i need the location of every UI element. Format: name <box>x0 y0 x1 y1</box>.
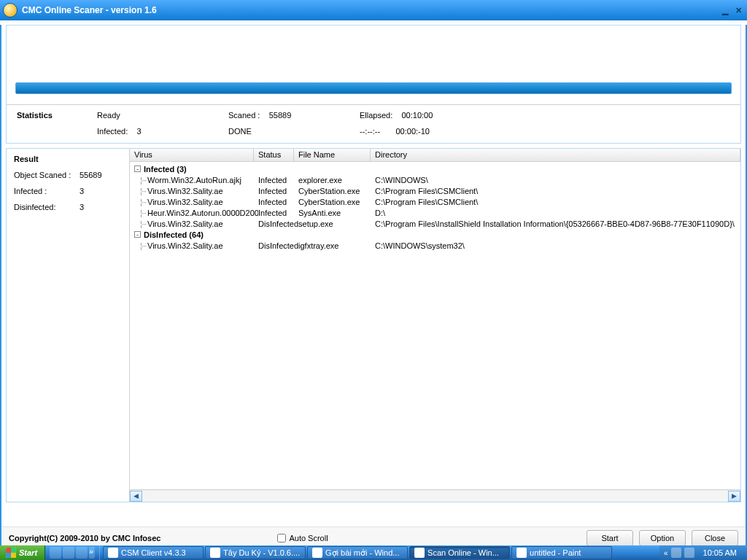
close-button[interactable]: ✕ <box>732 5 744 15</box>
scanned-value: 55889 <box>269 111 292 120</box>
result-sidebar: Result Object Scaned :55689 Infected :3 … <box>7 149 129 502</box>
collapse-icon[interactable]: - <box>134 166 141 172</box>
tree-row[interactable]: ¦···Heur.Win32.Autorun.0000D200InfectedS… <box>130 207 740 218</box>
quicklaunch-icon[interactable] <box>50 547 61 559</box>
col-file[interactable]: File Name <box>294 149 371 161</box>
col-directory[interactable]: Directory <box>371 149 740 161</box>
col-virus[interactable]: Virus <box>130 149 254 161</box>
taskbar-item[interactable]: untitled - Paint <box>511 546 612 559</box>
tray-icon[interactable] <box>671 548 681 558</box>
copyright-text: Copyright(C) 2009-2010 by CMC Infosec <box>9 534 160 542</box>
minimize-button[interactable]: ▁ <box>719 5 731 15</box>
result-heading: Result <box>14 155 122 163</box>
start-menu-button[interactable]: Start <box>0 545 45 560</box>
quicklaunch-icon[interactable]: » <box>89 547 95 559</box>
infected-label: Infected : <box>14 187 80 195</box>
windows-logo-icon <box>6 548 16 558</box>
status-done: DONE <box>228 127 360 136</box>
start-button[interactable]: Start <box>587 530 633 546</box>
infected-value: 3 <box>80 187 84 195</box>
group-infected[interactable]: - Infected (3) <box>130 163 740 174</box>
neg-time-value: 00:00:-10 <box>396 127 430 136</box>
result-tree[interactable]: - Infected (3) ¦···Worm.Win32.AutoRun.aj… <box>130 162 740 489</box>
quick-launch[interactable]: » <box>45 545 100 560</box>
horizontal-scrollbar[interactable]: ◀ ▶ <box>130 489 740 502</box>
progress-bar <box>15 82 732 94</box>
tree-row[interactable]: ¦···Virus.Win32.Sality.aeInfectedCyberSt… <box>130 185 740 196</box>
app-icon <box>516 548 527 558</box>
scanned-label: Scaned : <box>228 111 260 120</box>
disinfected-label: Disinfected: <box>14 203 80 211</box>
statistics-heading: Statistics <box>17 111 97 120</box>
window-titlebar: CMC Online Scaner - version 1.6 ▁ ✕ <box>0 0 747 20</box>
app-icon <box>414 548 425 558</box>
tray-icon[interactable] <box>684 548 694 558</box>
tree-row[interactable]: ¦···Worm.Win32.AutoRun.ajkjInfectedexplo… <box>130 174 740 185</box>
obj-scanned-label: Object Scaned : <box>14 171 80 179</box>
taskbar-item-active[interactable]: Scan Online - Win... <box>409 546 510 559</box>
scroll-left-icon[interactable]: ◀ <box>130 491 142 502</box>
infected-label: Infected: <box>97 127 128 136</box>
infected-value: 3 <box>136 127 141 136</box>
tree-row[interactable]: ¦···Virus.Win32.Sality.aeDisInfectedigfx… <box>130 240 740 251</box>
banner-area <box>7 26 740 100</box>
app-icon <box>108 548 118 558</box>
obj-scanned-value: 55689 <box>80 171 102 179</box>
tree-row[interactable]: ¦···Virus.Win32.Sality.aeInfectedCyberSt… <box>130 196 740 207</box>
taskbar-item[interactable]: CSM Client v4.3.3 <box>103 546 204 559</box>
elapsed-value: 00:10:00 <box>402 111 433 120</box>
clock[interactable]: 10:05 AM <box>697 548 743 557</box>
taskbar-item[interactable]: Tây Du Ký - V1.0.6.... <box>205 546 306 559</box>
quicklaunch-icon[interactable] <box>63 547 74 559</box>
group-disinfected[interactable]: - DisInfected (64) <box>130 229 740 240</box>
status-ready: Ready <box>97 111 228 120</box>
close-button[interactable]: Close <box>692 530 738 546</box>
window-title: CMC Online Scaner - version 1.6 <box>22 5 157 15</box>
column-headers[interactable]: Virus Status File Name Directory <box>130 149 740 162</box>
windows-taskbar[interactable]: Start » CSM Client v4.3.3 Tây Du Ký - V1… <box>0 545 747 560</box>
tree-row[interactable]: ¦···Virus.Win32.Sality.aeDisInfectedsetu… <box>130 218 740 229</box>
app-icon <box>312 548 322 558</box>
app-icon <box>3 3 18 18</box>
autoscroll-checkbox[interactable]: Auto Scroll <box>277 534 328 542</box>
scroll-right-icon[interactable]: ▶ <box>728 491 740 502</box>
dash-label: --:--:-- <box>360 127 380 136</box>
quicklaunch-icon[interactable] <box>76 547 88 559</box>
col-status[interactable]: Status <box>254 149 294 161</box>
app-icon <box>210 548 220 558</box>
collapse-icon[interactable]: - <box>134 231 141 238</box>
taskbar-item[interactable]: Gợi bài mới - Wind... <box>307 546 408 559</box>
system-tray[interactable]: « 10:05 AM <box>659 545 747 560</box>
disinfected-value: 3 <box>80 203 84 211</box>
elapsed-label: Ellapsed: <box>360 111 392 120</box>
option-button[interactable]: Option <box>639 530 686 546</box>
